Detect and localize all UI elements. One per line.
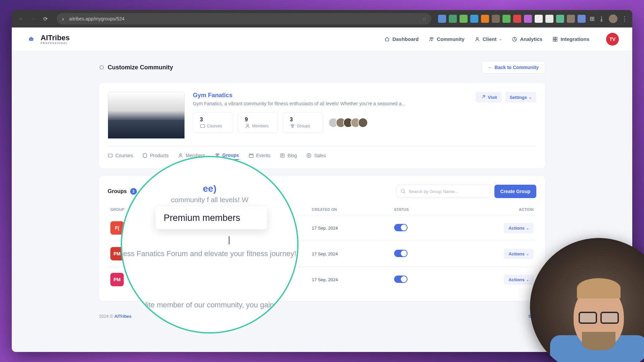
groups-count-badge: 3 <box>130 188 137 195</box>
footer-brand-link[interactable]: AITribes <box>114 314 131 319</box>
svg-point-1 <box>30 39 31 40</box>
actions-button[interactable]: Actions ⌄ <box>504 249 534 259</box>
page-title: Customize Community <box>99 64 173 71</box>
actions-button[interactable]: Actions ⌄ <box>504 223 534 233</box>
svg-rect-10 <box>553 39 555 41</box>
extension-icon[interactable] <box>524 15 532 23</box>
tab-events[interactable]: Events <box>249 153 271 160</box>
profile-avatar[interactable] <box>609 14 618 23</box>
reload-icon[interactable]: ⟳ <box>41 14 50 23</box>
col-members: MEMBERS <box>244 204 309 215</box>
extension-icon[interactable] <box>470 15 478 23</box>
star-icon[interactable]: ☆ <box>422 16 427 22</box>
extension-icons <box>438 15 586 23</box>
col-created: CREATED ON <box>309 204 391 215</box>
tab-label: Events <box>256 153 271 158</box>
search-input[interactable] <box>396 185 490 198</box>
menu-icon[interactable]: ⋮ <box>622 15 628 22</box>
tab-groups[interactable]: Groups <box>215 153 239 160</box>
logo[interactable]: AITribes PROFESSIONAL <box>25 33 70 45</box>
extension-icon[interactable] <box>567 15 575 23</box>
access-badge: Private <box>161 252 175 256</box>
logo-text: AITribes <box>41 34 70 42</box>
extension-icon[interactable] <box>449 15 457 23</box>
stat-number: 9 <box>245 117 271 123</box>
col-status: STATUS <box>391 204 444 215</box>
back-to-community-button[interactable]: ← Back to Community <box>482 61 545 74</box>
logo-subtitle: PROFESSIONAL <box>41 42 70 45</box>
status-toggle[interactable] <box>394 224 408 231</box>
extension-icon[interactable] <box>460 15 468 23</box>
svg-point-5 <box>432 37 433 39</box>
tab-label: Groups <box>222 153 239 158</box>
table-row: PM Private 0 17 Sep, 2024 Actions ⌄ <box>108 241 536 267</box>
download-icon[interactable]: ⭳ <box>599 15 605 22</box>
svg-rect-9 <box>555 37 557 39</box>
puzzle-icon[interactable]: ⊞ <box>590 15 595 22</box>
community-description: Gym Fanatics, a vibrant community for fi… <box>193 101 406 106</box>
tab-sales[interactable]: Sales <box>306 153 326 160</box>
nav-integrations[interactable]: Integrations <box>552 36 589 42</box>
access-badge: Public <box>161 226 173 231</box>
extension-icon[interactable] <box>502 15 511 23</box>
footer-year: 2024 © <box>99 314 113 319</box>
stat-label: Courses <box>207 124 222 128</box>
settings-label: Settings <box>510 95 527 100</box>
members-count: 0 <box>244 267 309 293</box>
col-group: GROUP <box>108 204 159 215</box>
back-arrow-icon[interactable]: ← <box>16 14 26 23</box>
forward-arrow-icon[interactable]: → <box>29 14 38 23</box>
extension-icon[interactable] <box>481 15 489 23</box>
create-group-button[interactable]: Create Group <box>494 185 536 198</box>
url-bar[interactable]: ⏵ aitribes.app/mygroups/524 ☆ <box>57 13 431 24</box>
extension-icon[interactable] <box>535 15 543 23</box>
tab-products[interactable]: Products <box>142 153 168 160</box>
nav-label: Client <box>483 36 497 42</box>
status-toggle[interactable] <box>394 276 408 283</box>
svg-rect-8 <box>553 37 555 39</box>
nav-client[interactable]: Client⌄ <box>475 36 502 42</box>
extension-icon[interactable] <box>438 15 446 23</box>
settings-button[interactable]: Settings⌄ <box>505 92 536 103</box>
user-avatar[interactable]: TV <box>606 33 619 46</box>
logo-icon <box>25 33 37 45</box>
svg-point-13 <box>247 124 248 126</box>
chevron-down-icon: ⌄ <box>499 37 502 41</box>
svg-point-21 <box>217 156 218 157</box>
svg-rect-12 <box>201 124 205 127</box>
extension-icon[interactable] <box>513 15 521 23</box>
status-toggle[interactable] <box>394 250 408 257</box>
tab-courses[interactable]: Courses <box>108 153 133 160</box>
back-label: Back to Community <box>495 65 539 70</box>
chevron-down-icon: ⌄ <box>526 226 529 230</box>
nav-label: Dashboard <box>392 36 419 42</box>
stat-label: Members <box>252 124 269 128</box>
extension-icon[interactable] <box>492 15 500 23</box>
actions-button[interactable]: Actions ⌄ <box>504 275 534 285</box>
svg-rect-11 <box>555 39 557 41</box>
svg-point-18 <box>180 154 181 156</box>
svg-point-6 <box>476 37 478 39</box>
extension-icon[interactable] <box>578 15 586 23</box>
group-badge: F( <box>110 221 124 235</box>
tab-members[interactable]: Members <box>178 153 205 160</box>
nav-analytics[interactable]: Analytics <box>512 36 542 42</box>
stat-members: 9 Members <box>238 112 278 133</box>
svg-point-14 <box>291 124 292 126</box>
visit-button[interactable]: Visit <box>476 92 501 103</box>
extension-icon[interactable] <box>545 15 553 23</box>
nav-label: Analytics <box>520 36 542 42</box>
svg-rect-22 <box>249 154 253 158</box>
nav-dashboard[interactable]: Dashboard <box>384 36 419 42</box>
tab-blog[interactable]: Blog <box>280 153 297 160</box>
svg-point-4 <box>430 37 431 39</box>
groups-title-text: Groups <box>108 188 127 194</box>
chevron-down-icon: ⌄ <box>526 252 529 256</box>
extension-icon[interactable] <box>556 15 564 23</box>
nav-label: Integrations <box>560 36 589 42</box>
created-date: 17 Sep, 2024 <box>309 215 391 241</box>
expand-button[interactable]: ⛶ <box>140 187 149 196</box>
nav-community[interactable]: Community <box>429 36 465 42</box>
stat-groups: 3 Groups <box>283 112 323 133</box>
stat-number: 3 <box>200 117 226 123</box>
